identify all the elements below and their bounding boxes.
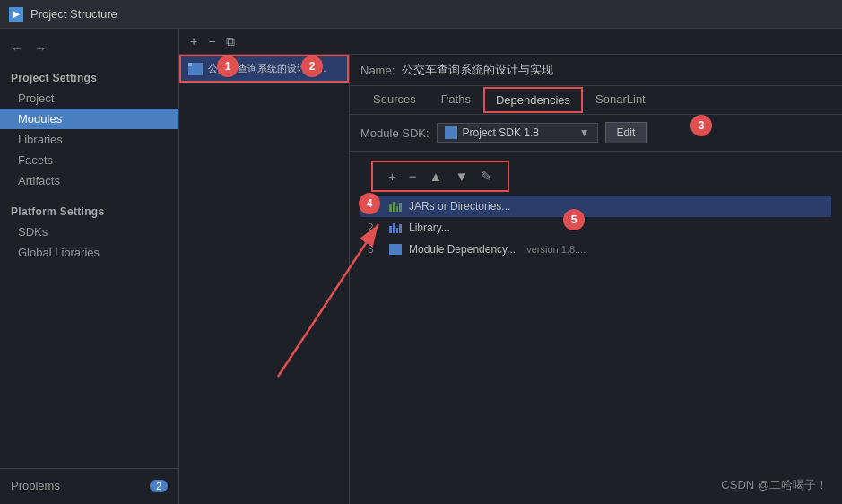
tab-sources[interactable]: Sources [360,86,429,114]
dep-name-jar: JARs or Directories... [409,200,510,213]
sdk-label: Module SDK: [360,126,430,140]
watermark: CSDN @二哈喝子！ [721,477,828,493]
dep-item-mod[interactable]: 3 Module Dependency... version 1.8.... [360,239,831,260]
sidebar-item-facets[interactable]: Facets [0,150,178,170]
sdk-icon [445,126,457,139]
sidebar: ← → Project Settings Project Modules Lib… [0,29,179,504]
dep-edit-button[interactable]: ✎ [476,168,497,185]
sidebar-item-global-libraries[interactable]: Global Libraries [0,242,178,263]
module-item[interactable]: 公交车查询系统的设计与实现 [179,55,349,83]
dep-num-3: 3 [368,243,382,256]
tab-sonarlint[interactable]: SonarLint [583,86,658,114]
dep-toolbar: + − ▲ ▼ ✎ [371,161,509,192]
dep-num-2: 2 [368,222,382,234]
dep-item-jar[interactable]: 1 JARs or Directories... [360,196,831,217]
dep-remove-button[interactable]: − [404,168,421,185]
sidebar-nav: ← → [0,36,178,61]
sidebar-item-modules[interactable]: Modules [0,109,178,129]
remove-module-button[interactable]: − [204,33,219,49]
tab-paths[interactable]: Paths [429,86,483,114]
sdk-row: Module SDK: Project SDK 1.8 ▼ Edit [350,115,842,152]
app-icon: ▶ [9,7,23,22]
badge-5: 5 [563,209,585,230]
dep-icon-jar [389,202,402,212]
dropdown-arrow-icon: ▼ [579,126,590,139]
edit-sdk-button[interactable]: Edit [605,122,647,143]
tabs-bar: Sources Paths Dependencies SonarLint [350,86,842,115]
dep-up-button[interactable]: ▲ [425,168,447,185]
module-icon [188,63,203,75]
content-area: + − ⧉ 公交车查询系统的设计与实现 Name: 公交车查询系统的设计与实现 [179,29,842,504]
forward-button[interactable]: → [30,39,50,57]
title-bar: ▶ Project Structure [0,0,842,29]
add-module-button[interactable]: + [187,33,201,49]
sidebar-item-problems[interactable]: Problems 2 [0,474,178,497]
dep-name-lib: Library... [409,222,450,234]
sidebar-bottom: Problems 2 [0,468,178,497]
module-panel: 公交车查询系统的设计与实现 [179,55,350,504]
name-row: Name: 公交车查询系统的设计与实现 [350,55,842,86]
dep-icon-mod [389,244,402,255]
dep-down-button[interactable]: ▼ [450,168,473,185]
sidebar-item-sdks[interactable]: SDKs [0,222,178,242]
project-settings-label: Project Settings [0,66,178,88]
module-toolbar: + − ⧉ [179,29,842,55]
dep-list: 1 JARs or Directories... 2 [350,192,842,504]
dep-add-button[interactable]: + [384,168,401,185]
sidebar-item-artifacts[interactable]: Artifacts [0,170,178,191]
dep-item-lib[interactable]: 2 Library... [360,217,831,239]
dep-icon-lib [389,223,402,233]
problems-badge: 2 [150,480,168,492]
badge-1: 1 [217,56,239,77]
right-panel: Name: 公交车查询系统的设计与实现 Sources Paths Depend… [350,55,842,504]
platform-settings-label: Platform Settings [0,200,178,222]
problems-label: Problems [11,479,60,492]
dep-name-mod: Module Dependency... [409,243,516,256]
main-container: ← → Project Settings Project Modules Lib… [0,29,842,504]
content-row: 公交车查询系统的设计与实现 Name: 公交车查询系统的设计与实现 Source… [179,55,842,504]
dep-extra: version 1.8.... [526,244,586,255]
tab-dependencies[interactable]: Dependencies [483,87,583,113]
dep-toolbar-container: + − ▲ ▼ ✎ [350,152,842,192]
sidebar-item-project[interactable]: Project [0,88,178,109]
copy-module-button[interactable]: ⧉ [222,33,239,49]
sdk-name: Project SDK 1.8 [463,126,539,139]
badge-2: 2 [301,56,323,77]
name-value: 公交车查询系统的设计与实现 [402,62,553,78]
window-title: Project Structure [30,7,117,21]
sidebar-item-libraries[interactable]: Libraries [0,129,178,150]
badge-4: 4 [359,193,380,214]
back-button[interactable]: ← [7,39,27,57]
sdk-select-dropdown[interactable]: Project SDK 1.8 ▼ [437,123,598,143]
badge-3: 3 [690,115,712,136]
name-label: Name: [360,64,395,77]
